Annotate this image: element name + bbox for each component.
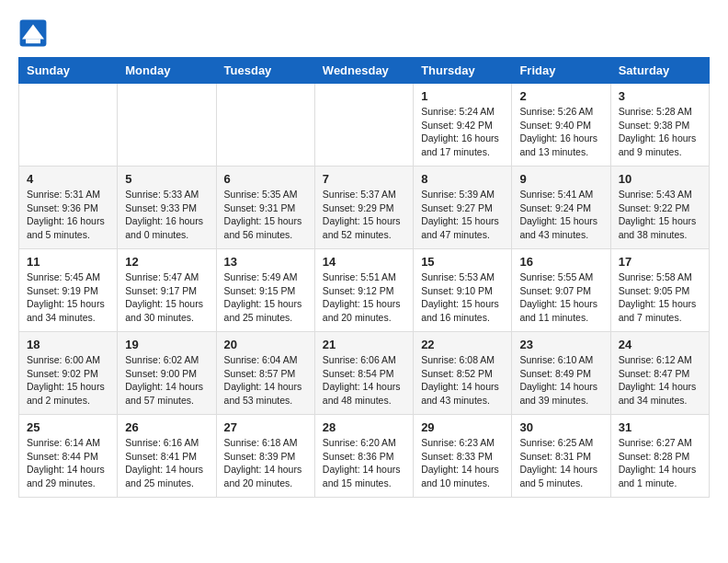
day-content: Sunrise: 6:27 AM Sunset: 8:28 PM Dayligh…: [619, 436, 701, 490]
day-content: Sunrise: 5:37 AM Sunset: 9:29 PM Dayligh…: [323, 188, 405, 242]
day-number: 10: [619, 172, 701, 186]
day-number: 19: [125, 338, 208, 351]
day-content: Sunrise: 5:58 AM Sunset: 9:05 PM Dayligh…: [619, 270, 701, 325]
calendar-cell: 29Sunrise: 6:23 AM Sunset: 8:33 PM Dayli…: [414, 415, 512, 498]
col-header-saturday: Saturday: [610, 58, 709, 84]
day-number: 3: [619, 89, 701, 103]
day-number: 20: [224, 338, 307, 351]
day-number: 2: [519, 89, 602, 103]
day-content: Sunrise: 5:47 AM Sunset: 9:17 PM Dayligh…: [125, 270, 208, 325]
calendar-cell: 19Sunrise: 6:02 AM Sunset: 9:00 PM Dayli…: [118, 332, 216, 415]
calendar-cell: [19, 84, 118, 167]
day-content: Sunrise: 6:12 AM Sunset: 8:47 PM Dayligh…: [619, 353, 701, 408]
calendar-cell: 31Sunrise: 6:27 AM Sunset: 8:28 PM Dayli…: [610, 415, 709, 498]
day-number: 22: [421, 338, 504, 351]
calendar-cell: 22Sunrise: 6:08 AM Sunset: 8:52 PM Dayli…: [414, 332, 512, 415]
day-content: Sunrise: 5:28 AM Sunset: 9:38 PM Dayligh…: [619, 105, 701, 159]
day-content: Sunrise: 5:41 AM Sunset: 9:24 PM Dayligh…: [519, 188, 602, 242]
day-content: Sunrise: 6:23 AM Sunset: 8:33 PM Dayligh…: [421, 436, 504, 490]
calendar-cell: 2Sunrise: 5:26 AM Sunset: 9:40 PM Daylig…: [512, 84, 610, 167]
day-content: Sunrise: 5:55 AM Sunset: 9:07 PM Dayligh…: [519, 270, 602, 325]
calendar-cell: [118, 84, 216, 167]
day-content: Sunrise: 6:02 AM Sunset: 9:00 PM Dayligh…: [125, 353, 208, 408]
col-header-tuesday: Tuesday: [216, 58, 314, 84]
calendar-cell: 24Sunrise: 6:12 AM Sunset: 8:47 PM Dayli…: [610, 332, 709, 415]
calendar-cell: [216, 84, 314, 167]
calendar-cell: 5Sunrise: 5:33 AM Sunset: 9:33 PM Daylig…: [118, 167, 216, 249]
day-number: 27: [224, 420, 307, 434]
day-number: 8: [421, 172, 504, 186]
day-number: 25: [27, 420, 109, 434]
calendar-cell: 8Sunrise: 5:39 AM Sunset: 9:27 PM Daylig…: [414, 167, 512, 249]
day-content: Sunrise: 5:39 AM Sunset: 9:27 PM Dayligh…: [421, 188, 504, 242]
calendar-cell: 27Sunrise: 6:18 AM Sunset: 8:39 PM Dayli…: [216, 415, 314, 498]
day-content: Sunrise: 6:25 AM Sunset: 8:31 PM Dayligh…: [519, 436, 602, 490]
col-header-sunday: Sunday: [19, 58, 118, 84]
calendar-cell: 9Sunrise: 5:41 AM Sunset: 9:24 PM Daylig…: [512, 167, 610, 249]
calendar-cell: 1Sunrise: 5:24 AM Sunset: 9:42 PM Daylig…: [414, 84, 512, 167]
col-header-wednesday: Wednesday: [314, 58, 413, 84]
day-content: Sunrise: 5:35 AM Sunset: 9:31 PM Dayligh…: [224, 188, 307, 242]
svg-rect-2: [26, 39, 40, 43]
day-content: Sunrise: 6:06 AM Sunset: 8:54 PM Dayligh…: [323, 353, 405, 408]
logo: [18, 18, 53, 48]
day-content: Sunrise: 5:49 AM Sunset: 9:15 PM Dayligh…: [224, 270, 307, 325]
logo-icon: [18, 18, 48, 48]
page-header: [18, 18, 710, 48]
day-content: Sunrise: 5:53 AM Sunset: 9:10 PM Dayligh…: [421, 270, 504, 325]
day-content: Sunrise: 5:43 AM Sunset: 9:22 PM Dayligh…: [619, 188, 701, 242]
day-number: 1: [421, 89, 504, 103]
day-content: Sunrise: 5:51 AM Sunset: 9:12 PM Dayligh…: [323, 270, 405, 325]
day-number: 5: [125, 172, 208, 186]
day-content: Sunrise: 6:00 AM Sunset: 9:02 PM Dayligh…: [27, 353, 109, 408]
calendar-cell: 18Sunrise: 6:00 AM Sunset: 9:02 PM Dayli…: [19, 332, 118, 415]
col-header-monday: Monday: [118, 58, 216, 84]
day-content: Sunrise: 6:16 AM Sunset: 8:41 PM Dayligh…: [125, 436, 208, 490]
day-number: 11: [27, 255, 109, 269]
day-number: 26: [125, 420, 208, 434]
day-content: Sunrise: 6:10 AM Sunset: 8:49 PM Dayligh…: [519, 353, 602, 408]
calendar-cell: 30Sunrise: 6:25 AM Sunset: 8:31 PM Dayli…: [512, 415, 610, 498]
calendar-cell: 6Sunrise: 5:35 AM Sunset: 9:31 PM Daylig…: [216, 167, 314, 249]
day-content: Sunrise: 5:31 AM Sunset: 9:36 PM Dayligh…: [27, 188, 109, 242]
day-number: 17: [619, 255, 701, 269]
calendar-cell: 3Sunrise: 5:28 AM Sunset: 9:38 PM Daylig…: [610, 84, 709, 167]
day-content: Sunrise: 6:08 AM Sunset: 8:52 PM Dayligh…: [421, 353, 504, 408]
calendar-cell: [314, 84, 413, 167]
calendar-cell: 4Sunrise: 5:31 AM Sunset: 9:36 PM Daylig…: [19, 167, 118, 249]
calendar-cell: 7Sunrise: 5:37 AM Sunset: 9:29 PM Daylig…: [314, 167, 413, 249]
day-number: 9: [519, 172, 602, 186]
day-number: 12: [125, 255, 208, 269]
day-content: Sunrise: 5:24 AM Sunset: 9:42 PM Dayligh…: [421, 105, 504, 159]
calendar-cell: 17Sunrise: 5:58 AM Sunset: 9:05 PM Dayli…: [610, 249, 709, 332]
day-content: Sunrise: 6:14 AM Sunset: 8:44 PM Dayligh…: [27, 436, 109, 490]
day-number: 13: [224, 255, 307, 269]
calendar-cell: 25Sunrise: 6:14 AM Sunset: 8:44 PM Dayli…: [19, 415, 118, 498]
calendar-cell: 21Sunrise: 6:06 AM Sunset: 8:54 PM Dayli…: [314, 332, 413, 415]
day-number: 18: [27, 338, 109, 351]
day-content: Sunrise: 6:20 AM Sunset: 8:36 PM Dayligh…: [323, 436, 405, 490]
day-number: 30: [519, 420, 602, 434]
col-header-friday: Friday: [512, 58, 610, 84]
day-number: 29: [421, 420, 504, 434]
day-number: 15: [421, 255, 504, 269]
day-number: 6: [224, 172, 307, 186]
calendar-cell: 16Sunrise: 5:55 AM Sunset: 9:07 PM Dayli…: [512, 249, 610, 332]
day-number: 23: [519, 338, 602, 351]
day-content: Sunrise: 6:04 AM Sunset: 8:57 PM Dayligh…: [224, 353, 307, 408]
day-number: 28: [323, 420, 405, 434]
calendar-cell: 12Sunrise: 5:47 AM Sunset: 9:17 PM Dayli…: [118, 249, 216, 332]
day-number: 14: [323, 255, 405, 269]
calendar-cell: 26Sunrise: 6:16 AM Sunset: 8:41 PM Dayli…: [118, 415, 216, 498]
calendar-cell: 15Sunrise: 5:53 AM Sunset: 9:10 PM Dayli…: [414, 249, 512, 332]
day-content: Sunrise: 5:33 AM Sunset: 9:33 PM Dayligh…: [125, 188, 208, 242]
day-number: 16: [519, 255, 602, 269]
day-content: Sunrise: 5:45 AM Sunset: 9:19 PM Dayligh…: [27, 270, 109, 325]
day-number: 7: [323, 172, 405, 186]
calendar-cell: 20Sunrise: 6:04 AM Sunset: 8:57 PM Dayli…: [216, 332, 314, 415]
day-content: Sunrise: 5:26 AM Sunset: 9:40 PM Dayligh…: [519, 105, 602, 159]
calendar-table: SundayMondayTuesdayWednesdayThursdayFrid…: [18, 57, 710, 498]
day-number: 24: [619, 338, 701, 351]
day-number: 21: [323, 338, 405, 351]
calendar-cell: 14Sunrise: 5:51 AM Sunset: 9:12 PM Dayli…: [314, 249, 413, 332]
